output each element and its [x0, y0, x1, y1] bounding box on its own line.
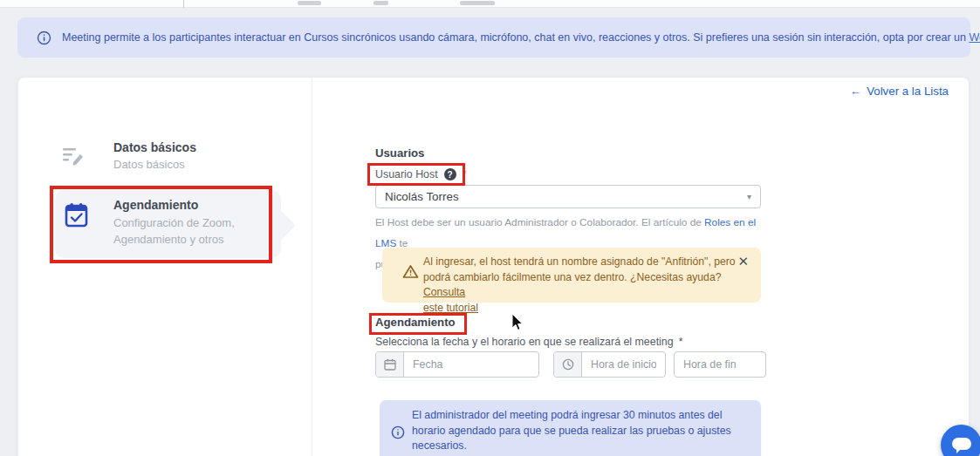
schedule-info-text: El administrador del meeting podrá ingre… — [412, 408, 744, 454]
warning-triangle-icon — [402, 264, 419, 279]
close-icon[interactable]: ✕ — [737, 254, 749, 269]
step-title: Datos básicos — [113, 140, 288, 154]
host-label-text: Usuario Host — [375, 168, 438, 180]
sidebar-step-basic-data[interactable]: Datos básicos Datos básicos — [113, 140, 288, 173]
sidebar-step-schedule[interactable]: Agendamiento Configuración de Zoom, Agen… — [113, 198, 279, 248]
meeting-info-banner: Meeting permite a los participantes inte… — [17, 17, 970, 58]
help-icon[interactable]: ? — [444, 168, 456, 180]
start-time-field — [553, 351, 666, 378]
schedule-step-icon-wrap — [64, 202, 89, 228]
required-asterisk: * — [463, 168, 467, 180]
users-section-heading: Usuarios — [375, 146, 424, 160]
host-field-label: Usuario Host ? * — [375, 168, 466, 180]
basic-data-step-icon-wrap — [61, 145, 87, 167]
top-text-fragment — [298, 1, 321, 5]
start-time-input[interactable] — [582, 352, 665, 377]
chevron-down-icon: ▾ — [747, 192, 751, 201]
step-subtitle: Datos básicos — [113, 156, 288, 173]
sidebar-divider — [312, 78, 312, 456]
step-title: Agendamiento — [113, 198, 279, 212]
edit-list-icon — [61, 145, 87, 167]
top-text-fragment — [373, 1, 388, 5]
back-to-list-link[interactable]: ← Volver a la Lista — [850, 85, 949, 98]
webinar-link[interactable]: Webinar — [969, 31, 980, 44]
back-link-label: Volver a la Lista — [867, 85, 949, 98]
end-time-field — [674, 351, 766, 378]
chat-bubble-icon — [951, 437, 972, 454]
banner-text: Meeting permite a los participantes inte… — [62, 31, 980, 44]
mouse-cursor — [511, 313, 524, 332]
clock-icon — [554, 352, 582, 377]
end-time-input[interactable] — [675, 352, 765, 377]
host-select-value: Nicolás Torres — [385, 190, 747, 203]
arrow-left-icon: ← — [850, 85, 861, 98]
top-text-fragment — [460, 1, 495, 5]
host-warning-alert: Al ingresar, el host tendrá un nombre as… — [382, 248, 761, 303]
meeting-setup-page: Meeting permite a los participantes inte… — [0, 0, 980, 456]
calendar-check-icon — [64, 202, 89, 228]
schedule-info-box: El administrador del meeting podrá ingre… — [380, 400, 761, 456]
step-subtitle: Configuración de Zoom, Agendamiento y ot… — [113, 214, 279, 248]
info-icon — [37, 31, 51, 45]
tutorial-link[interactable]: este tutorial — [423, 302, 478, 314]
calendar-icon — [376, 352, 404, 377]
schedule-section-heading: Agendamiento — [375, 316, 456, 329]
date-input[interactable] — [404, 352, 538, 377]
chat-widget-button[interactable] — [941, 425, 980, 456]
top-cropped-row — [0, 0, 980, 8]
top-divider — [183, 0, 184, 8]
schedule-field-label: Selecciona la fecha y el horario en que … — [375, 336, 682, 348]
warning-text: Al ingresar, el host tendrá un nombre as… — [423, 255, 755, 316]
tutorial-link[interactable]: Consulta — [423, 286, 465, 298]
info-icon — [391, 425, 405, 439]
date-field — [375, 351, 539, 378]
host-select[interactable]: Nicolás Torres ▾ — [375, 185, 761, 208]
required-asterisk: * — [679, 336, 683, 348]
